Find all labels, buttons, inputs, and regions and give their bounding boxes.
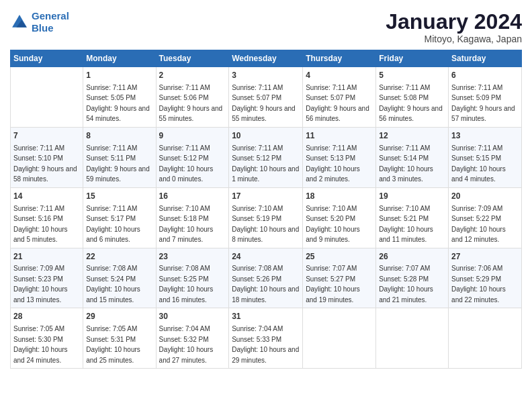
day-info: Sunrise: 7:08 AMSunset: 5:24 PMDaylight:…	[86, 265, 140, 304]
logo-text: General Blue	[32, 10, 69, 34]
day-number: 10	[232, 130, 300, 142]
table-row: 8 Sunrise: 7:11 AMSunset: 5:11 PMDayligh…	[83, 127, 156, 187]
day-number: 31	[232, 311, 300, 322]
week-row-1: 1 Sunrise: 7:11 AMSunset: 5:05 PMDayligh…	[11, 67, 522, 128]
logo-line2: Blue	[32, 22, 54, 34]
day-number: 15	[86, 191, 152, 202]
table-row: 25 Sunrise: 7:07 AMSunset: 5:27 PMDaylig…	[303, 248, 376, 308]
header-thursday: Thursday	[303, 50, 376, 67]
location: Mitoyo, Kagawa, Japan	[386, 34, 522, 44]
day-number: 1	[86, 70, 152, 81]
table-row: 7 Sunrise: 7:11 AMSunset: 5:10 PMDayligh…	[11, 127, 83, 187]
day-number: 11	[306, 130, 373, 142]
logo-icon	[10, 13, 29, 32]
header-wednesday: Wednesday	[229, 50, 303, 67]
day-info: Sunrise: 7:11 AMSunset: 5:10 PMDaylight:…	[13, 144, 77, 183]
month-title: January 2024	[386, 10, 522, 34]
table-row: 12 Sunrise: 7:11 AMSunset: 5:14 PMDaylig…	[376, 127, 449, 187]
table-row: 2 Sunrise: 7:11 AMSunset: 5:06 PMDayligh…	[156, 67, 229, 128]
title-block: January 2024 Mitoyo, Kagawa, Japan	[386, 10, 522, 44]
day-info: Sunrise: 7:11 AMSunset: 5:08 PMDaylight:…	[379, 84, 443, 123]
table-row: 15 Sunrise: 7:11 AMSunset: 5:17 PMDaylig…	[83, 187, 156, 248]
day-info: Sunrise: 7:07 AMSunset: 5:27 PMDaylight:…	[306, 265, 360, 304]
week-row-2: 7 Sunrise: 7:11 AMSunset: 5:10 PMDayligh…	[11, 127, 522, 187]
table-row: 17 Sunrise: 7:10 AMSunset: 5:19 PMDaylig…	[229, 187, 303, 248]
day-info: Sunrise: 7:10 AMSunset: 5:20 PMDaylight:…	[306, 205, 360, 244]
table-row: 11 Sunrise: 7:11 AMSunset: 5:13 PMDaylig…	[303, 127, 376, 187]
day-number: 29	[86, 311, 152, 322]
day-number: 26	[379, 251, 445, 263]
day-info: Sunrise: 7:04 AMSunset: 5:33 PMDaylight:…	[232, 325, 299, 364]
day-info: Sunrise: 7:11 AMSunset: 5:13 PMDaylight:…	[306, 144, 360, 183]
table-row	[376, 308, 449, 369]
day-info: Sunrise: 7:05 AMSunset: 5:30 PMDaylight:…	[13, 325, 68, 364]
day-info: Sunrise: 7:11 AMSunset: 5:16 PMDaylight:…	[13, 205, 68, 244]
day-info: Sunrise: 7:11 AMSunset: 5:06 PMDaylight:…	[159, 84, 223, 123]
table-row: 22 Sunrise: 7:08 AMSunset: 5:24 PMDaylig…	[83, 248, 156, 308]
table-row: 29 Sunrise: 7:05 AMSunset: 5:31 PMDaylig…	[83, 308, 156, 369]
day-number: 21	[13, 251, 80, 263]
header: General Blue January 2024 Mitoyo, Kagawa…	[10, 10, 522, 44]
table-row: 18 Sunrise: 7:10 AMSunset: 5:20 PMDaylig…	[303, 187, 376, 248]
table-row: 30 Sunrise: 7:04 AMSunset: 5:32 PMDaylig…	[156, 308, 229, 369]
table-row: 13 Sunrise: 7:11 AMSunset: 5:15 PMDaylig…	[449, 127, 522, 187]
table-row	[303, 308, 376, 369]
day-info: Sunrise: 7:05 AMSunset: 5:31 PMDaylight:…	[86, 325, 140, 364]
table-row	[449, 308, 522, 369]
calendar-table: Sunday Monday Tuesday Wednesday Thursday…	[10, 50, 522, 369]
table-row: 24 Sunrise: 7:08 AMSunset: 5:26 PMDaylig…	[229, 248, 303, 308]
day-info: Sunrise: 7:11 AMSunset: 5:09 PMDaylight:…	[451, 84, 515, 123]
day-number: 28	[13, 311, 80, 322]
day-number: 8	[86, 130, 152, 142]
day-number: 18	[306, 191, 373, 202]
day-info: Sunrise: 7:10 AMSunset: 5:21 PMDaylight:…	[379, 205, 433, 244]
day-number: 30	[159, 311, 226, 322]
day-info: Sunrise: 7:10 AMSunset: 5:19 PMDaylight:…	[232, 205, 299, 244]
day-number: 12	[379, 130, 445, 142]
day-number: 7	[13, 130, 80, 142]
day-number: 4	[306, 70, 373, 81]
table-row: 20 Sunrise: 7:09 AMSunset: 5:22 PMDaylig…	[449, 187, 522, 248]
day-info: Sunrise: 7:11 AMSunset: 5:14 PMDaylight:…	[379, 144, 433, 183]
day-info: Sunrise: 7:11 AMSunset: 5:05 PMDaylight:…	[86, 84, 150, 123]
table-row: 1 Sunrise: 7:11 AMSunset: 5:05 PMDayligh…	[83, 67, 156, 128]
header-friday: Friday	[376, 50, 449, 67]
day-info: Sunrise: 7:10 AMSunset: 5:18 PMDaylight:…	[159, 205, 214, 244]
day-number: 23	[159, 251, 226, 263]
table-row: 9 Sunrise: 7:11 AMSunset: 5:12 PMDayligh…	[156, 127, 229, 187]
week-row-3: 14 Sunrise: 7:11 AMSunset: 5:16 PMDaylig…	[11, 187, 522, 248]
table-row: 19 Sunrise: 7:10 AMSunset: 5:21 PMDaylig…	[376, 187, 449, 248]
table-row: 6 Sunrise: 7:11 AMSunset: 5:09 PMDayligh…	[449, 67, 522, 128]
table-row: 16 Sunrise: 7:10 AMSunset: 5:18 PMDaylig…	[156, 187, 229, 248]
day-number: 22	[86, 251, 152, 263]
day-number: 17	[232, 191, 300, 202]
logo-line1: General	[32, 10, 69, 21]
day-info: Sunrise: 7:11 AMSunset: 5:12 PMDaylight:…	[159, 144, 214, 183]
day-info: Sunrise: 7:09 AMSunset: 5:22 PMDaylight:…	[451, 205, 506, 244]
day-number: 14	[13, 191, 80, 202]
day-number: 24	[232, 251, 300, 263]
page-container: General Blue January 2024 Mitoyo, Kagawa…	[0, 0, 532, 411]
day-info: Sunrise: 7:11 AMSunset: 5:07 PMDaylight:…	[306, 84, 369, 123]
day-info: Sunrise: 7:09 AMSunset: 5:23 PMDaylight:…	[13, 265, 68, 304]
day-number: 3	[232, 70, 300, 81]
day-info: Sunrise: 7:08 AMSunset: 5:25 PMDaylight:…	[159, 265, 214, 304]
day-info: Sunrise: 7:07 AMSunset: 5:28 PMDaylight:…	[379, 265, 433, 304]
day-number: 6	[451, 70, 519, 81]
table-row: 14 Sunrise: 7:11 AMSunset: 5:16 PMDaylig…	[11, 187, 83, 248]
header-sunday: Sunday	[11, 50, 83, 67]
table-row: 21 Sunrise: 7:09 AMSunset: 5:23 PMDaylig…	[11, 248, 83, 308]
day-number: 20	[451, 191, 519, 202]
day-number: 27	[451, 251, 519, 263]
day-info: Sunrise: 7:11 AMSunset: 5:07 PMDaylight:…	[232, 84, 296, 123]
day-number: 19	[379, 191, 445, 202]
day-info: Sunrise: 7:08 AMSunset: 5:26 PMDaylight:…	[232, 265, 299, 304]
header-monday: Monday	[83, 50, 156, 67]
week-row-5: 28 Sunrise: 7:05 AMSunset: 5:30 PMDaylig…	[11, 308, 522, 369]
table-row	[11, 67, 83, 128]
table-row: 4 Sunrise: 7:11 AMSunset: 5:07 PMDayligh…	[303, 67, 376, 128]
day-info: Sunrise: 7:06 AMSunset: 5:29 PMDaylight:…	[451, 265, 506, 304]
header-tuesday: Tuesday	[156, 50, 229, 67]
table-row: 23 Sunrise: 7:08 AMSunset: 5:25 PMDaylig…	[156, 248, 229, 308]
weekday-header-row: Sunday Monday Tuesday Wednesday Thursday…	[11, 50, 522, 67]
